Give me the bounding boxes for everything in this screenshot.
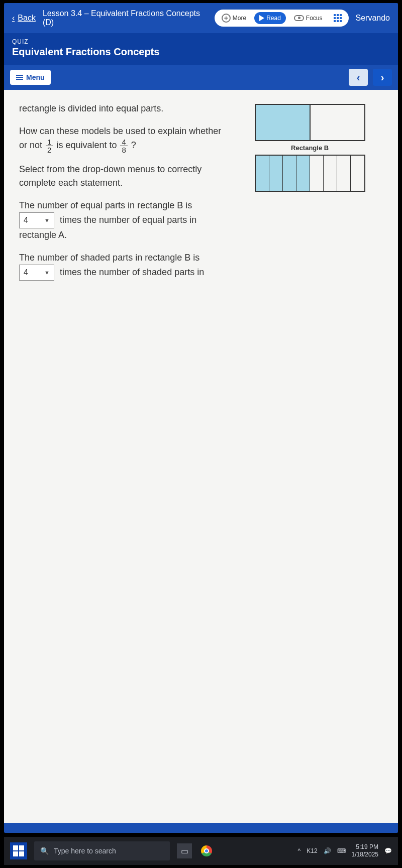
rect-a-part [311,105,364,140]
tray-notifications-icon[interactable]: 💬 [384,847,392,854]
toolbar-pill: + More Read Focus [215,10,349,27]
chevron-down-icon: ▼ [44,269,50,277]
dropdown-2[interactable]: 4 ▼ [19,265,54,281]
nav-arrows: ‹ › [349,69,392,86]
search-placeholder: Type here to search [54,847,116,855]
top-bar: ‹ Back Lesson 3.4 – Equivalent Fractions… [4,3,398,33]
taskbar-search[interactable]: 🔍 Type here to search [34,841,170,860]
rect-a-part-shaded [256,105,311,140]
play-icon [259,15,264,21]
eye-icon [294,15,304,21]
read-label: Read [266,15,281,22]
question-line-2: How can these models be used to explain … [19,125,224,154]
fraction-4-8: 48 [120,138,127,154]
rectangle-b-label: Rectangle B [237,144,383,152]
dropdown-1-value: 4 [24,214,40,226]
question-column: rectangle is divided into equal parts. H… [19,102,224,813]
tray-network-label[interactable]: K12 [307,847,317,854]
back-link[interactable]: ‹ Back [12,14,36,23]
quiz-label: QUIZ [12,38,390,45]
rect-b-part [351,156,364,191]
diagram-column: Rectangle B [237,102,383,813]
focus-button[interactable]: Focus [291,13,326,24]
rect-b-part [337,156,351,191]
read-button[interactable]: Read [254,12,286,24]
search-icon: 🔍 [40,847,49,855]
statement-2: The number of shaded parts in rectangle … [19,251,224,281]
lesson-title: Lesson 3.4 – Equivalent Fractions Concep… [43,9,208,27]
dropdown-2-value: 4 [24,267,40,279]
more-label: More [233,15,246,22]
tray-time: 5:19 PM [352,843,378,851]
tray-keyboard-icon[interactable]: ⌨ [337,847,346,854]
more-button[interactable]: + More [219,12,249,25]
rect-b-part-shaded [283,156,296,191]
tray-clock[interactable]: 5:19 PM 1/18/2025 [352,843,378,858]
rect-b-part [310,156,324,191]
next-button[interactable]: › [373,69,392,86]
app-window: ‹ Back Lesson 3.4 – Equivalent Fractions… [4,3,398,833]
menu-row: Menu ‹ › [4,65,398,90]
focus-label: Focus [306,15,323,22]
content-area: rectangle is divided into equal parts. H… [4,90,398,823]
apps-button[interactable] [331,12,345,24]
rect-b-part-shaded [269,156,283,191]
chevron-left-icon: ‹ [12,14,15,23]
quiz-header: QUIZ Equivalent Fractions Concepts [4,33,398,65]
tray-chevron-up-icon[interactable]: ^ [298,847,301,854]
question-line-1: rectangle is divided into equal parts. [19,102,224,115]
tray-date: 1/18/2025 [352,851,378,858]
rect-b-part-shaded [256,156,269,191]
user-name: Servando [356,14,390,23]
rectangle-b [255,155,365,192]
system-tray[interactable]: ^ K12 🔊 ⌨ 5:19 PM 1/18/2025 💬 [298,843,392,858]
chrome-icon [201,845,212,856]
hamburger-icon [16,75,23,80]
plus-icon: + [222,14,231,23]
back-label: Back [18,14,36,23]
rectangle-a [255,104,365,141]
dropdown-1[interactable]: 4 ▼ [19,212,54,228]
taskbar-app-1[interactable]: ▭ [177,843,192,858]
menu-button[interactable]: Menu [10,70,51,85]
footer-bar [4,823,398,833]
windows-taskbar: 🔍 Type here to search ▭ ^ K12 🔊 ⌨ 5:19 P… [4,837,398,865]
chevron-down-icon: ▼ [44,216,50,225]
fraction-1-2: 12 [46,138,53,154]
prev-button[interactable]: ‹ [349,69,368,86]
quiz-title: Equivalent Fractions Concepts [12,46,390,58]
rect-b-part [324,156,337,191]
tray-sound-icon[interactable]: 🔊 [324,847,331,854]
instruction-text: Select from the drop-down menus to corre… [19,163,224,190]
grid-icon [334,14,342,22]
menu-label: Menu [26,73,45,81]
statement-1: The number of equal parts in rectangle B… [19,199,224,242]
windows-start-button[interactable] [10,842,27,859]
taskbar-chrome[interactable] [199,843,214,858]
rect-b-part-shaded [296,156,310,191]
